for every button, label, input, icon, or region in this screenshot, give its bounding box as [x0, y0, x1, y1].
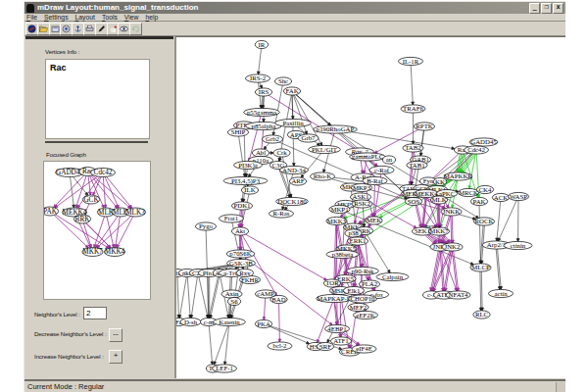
graph-node-label: RPTK [416, 122, 432, 129]
window-title: mDraw Layout:human_signal_transduction [37, 2, 198, 14]
graph-node-label: RSK2 [354, 200, 370, 207]
graph-arrowhead [104, 205, 107, 208]
vertices-box-shadow [45, 141, 148, 143]
status-mode-text: Current Mode : Regular [27, 382, 104, 391]
graph-node-label: CHOP10 [351, 295, 376, 302]
graph-node-label: p38 [348, 229, 359, 236]
focused-graph-svg: GADD45RacCdc42GCKPAKMEKK4MLKMLKMLK3BRKMK… [44, 162, 150, 299]
vertices-info-box[interactable]: Rac [45, 59, 150, 139]
graph-edge [497, 202, 501, 241]
graph-node-label: IR [259, 41, 266, 48]
graph-node-label: eIF4E [356, 345, 372, 352]
graph-edge [352, 132, 455, 149]
minimize-button[interactable]: _ [529, 3, 540, 14]
pen-icon [97, 24, 106, 33]
graph-node-label: MAPKKK [444, 172, 473, 179]
menu-help[interactable]: help [145, 14, 158, 21]
menu-file[interactable]: File [26, 14, 37, 21]
graph-node-label: KK [435, 178, 445, 185]
graph-node-label: D-sh [184, 318, 198, 325]
close-button[interactable]: x [553, 3, 564, 14]
graph-node-label: SOS [408, 198, 420, 205]
graph-node-label: GADD45 [470, 138, 497, 145]
graph-edge [498, 201, 516, 241]
graph-edge [246, 234, 327, 280]
graph-edge [209, 276, 218, 318]
graph-node-label: PI3K)a [238, 162, 258, 170]
graph-node-label: SHIP [231, 128, 246, 135]
graph-canvas[interactable]: IRIRS-2ShcIRSFAKp55gammaPTENp85alphaPaxi… [174, 36, 565, 378]
graph-node-label: Rxv [239, 270, 251, 276]
graph-node-label: DOCK180 [277, 198, 307, 205]
graph-node-label: Shc [278, 77, 288, 84]
graph-edge [103, 176, 105, 208]
graph-node-label: p90-Rsk [351, 268, 374, 274]
graph-edge [279, 304, 280, 342]
graph-edge [179, 277, 186, 318]
graph-node-label: p85alpha [252, 122, 276, 129]
graph-node-label: MLCP [471, 264, 490, 270]
graph-node-label: 4EBP1 [327, 325, 346, 332]
graph-node-label: Grb2 [266, 135, 280, 142]
main-graph-svg: IRIRS-2ShcIRSFAKp55gammaPTENp85alphaPaxi… [176, 37, 565, 378]
app-window: mDraw Layout:human_signal_transduction _… [24, 1, 565, 391]
graph-edge [187, 277, 190, 318]
graph-arrowhead [73, 205, 75, 208]
graph-node-label: ROCK [475, 218, 494, 224]
menu-tools[interactable]: Tools [102, 14, 118, 21]
graph-node-label: Rho-K [314, 172, 332, 179]
graph-node-label: Paxillin [282, 120, 304, 126]
save-icon [51, 24, 60, 33]
refresh-icon [131, 24, 140, 33]
graph-edge [451, 216, 452, 243]
decrease-neighbor-button[interactable]: -- [109, 328, 122, 342]
graph-node-label: Elk1 [348, 287, 361, 294]
graph-edge [244, 129, 245, 176]
graph-node-label: MEF2 [350, 304, 368, 311]
graph-edge [270, 326, 309, 343]
graph-node-label: Abl [256, 149, 266, 156]
graph-node-label: MLK [431, 196, 446, 203]
sidebar-panel: Vertices Info : Rac Focused Graph GADD45… [25, 36, 173, 381]
menu-view[interactable]: View [124, 14, 139, 21]
graph-edge [239, 136, 245, 176]
graph-edge [411, 66, 413, 105]
hand-icon [109, 24, 118, 33]
graph-node-label: BAD [271, 296, 285, 303]
graph-edge [432, 251, 440, 291]
print-icon [85, 24, 94, 33]
resize-grip[interactable] [556, 382, 565, 392]
graph-arrowhead [93, 192, 96, 195]
graph-node-label: Fyn [423, 177, 434, 184]
graph-node-label: PDK1 [234, 202, 251, 209]
graph-edge [258, 49, 261, 74]
graph-node-label: p190RhoGAP [317, 125, 355, 132]
graph-node-label: TAB1 [409, 162, 424, 169]
graph-node-label: p70S6K [229, 250, 251, 257]
graph-node-label: TOR [325, 279, 339, 286]
focused-graph-box[interactable]: GADD45RacCdc42GCKPAKMEKK4MLKMLKMLK3BRKMK… [43, 161, 151, 300]
graph-edge [480, 271, 481, 311]
graph-node-label: MKK4 [105, 248, 125, 256]
graph-node-label: Akt [235, 227, 245, 234]
increase-neighbor-button[interactable]: + [109, 350, 122, 364]
graph-edge [107, 176, 132, 208]
neighbor-level-input[interactable]: 2 [83, 307, 107, 319]
graph-edge [71, 176, 74, 208]
focused-graph-label: Focused Graph [46, 151, 86, 158]
decrease-neighbor-label: Decrease Neighbor's Level : [34, 330, 106, 337]
graph-node-label: S6 [230, 298, 238, 305]
menu-layout[interactable]: Layout [75, 14, 95, 21]
graph-node-label: ARF [291, 177, 304, 184]
graph-node-label: MAPKAP-K [317, 295, 352, 302]
graph-node-label: Frat1 [224, 215, 238, 221]
graph-node-label: PKL/GIT [312, 146, 338, 153]
toolbar-refresh-button[interactable] [129, 23, 142, 35]
graph-node-label: MEK [367, 217, 381, 223]
graph-node-label: MKK7 [82, 248, 103, 256]
graph-node-label: Axin [225, 290, 239, 297]
graph-edge [199, 277, 208, 318]
graph-node-label: bcl-2 [273, 342, 288, 349]
restore-button[interactable]: ❐ [541, 3, 552, 14]
menu-settings[interactable]: Settings [44, 14, 69, 21]
